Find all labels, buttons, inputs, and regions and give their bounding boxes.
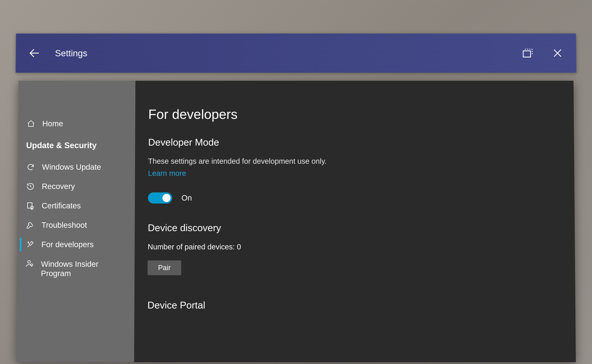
settings-window: Home Update & Security Windows Update Re… xyxy=(16,81,576,362)
titlebar-actions xyxy=(520,46,565,61)
learn-more-link[interactable]: Learn more xyxy=(148,169,186,177)
sidebar: Home Update & Security Windows Update Re… xyxy=(16,81,136,362)
arrow-left-icon xyxy=(28,47,41,60)
page-title: For developers xyxy=(148,107,561,122)
sidebar-item-label: Certificates xyxy=(42,201,81,210)
section-heading-developer-mode: Developer Mode xyxy=(148,136,561,148)
svg-rect-1 xyxy=(523,51,530,57)
sidebar-item-recovery[interactable]: Recovery xyxy=(18,177,135,196)
sidebar-item-windows-update[interactable]: Windows Update xyxy=(18,157,135,177)
certificate-icon xyxy=(26,202,35,210)
paired-devices-count: Number of paired devices: 0 xyxy=(148,243,562,251)
sidebar-home[interactable]: Home xyxy=(18,114,135,133)
sidebar-item-label: Windows Update xyxy=(42,163,101,172)
sidebar-item-certificates[interactable]: Certificates xyxy=(17,196,135,215)
sidebar-item-label: Windows Insider Program xyxy=(41,260,128,278)
home-icon xyxy=(26,120,36,128)
sidebar-item-label: For developers xyxy=(41,240,94,249)
close-button[interactable] xyxy=(550,46,565,61)
sidebar-item-windows-insider[interactable]: Windows Insider Program xyxy=(17,254,135,284)
app-title: Settings xyxy=(55,48,520,58)
toggle-knob xyxy=(162,194,170,202)
back-button[interactable] xyxy=(27,46,42,61)
sidebar-item-for-developers[interactable]: For developers xyxy=(17,235,135,254)
sidebar-item-label: Troubleshoot xyxy=(42,221,87,230)
resize-icon xyxy=(521,46,535,60)
tools-icon xyxy=(25,240,35,249)
content-area: For developers Developer Mode These sett… xyxy=(134,81,576,362)
developer-mode-toggle[interactable] xyxy=(148,192,172,203)
sidebar-item-troubleshoot[interactable]: Troubleshoot xyxy=(17,215,135,235)
sidebar-home-label: Home xyxy=(42,119,63,128)
sync-icon xyxy=(26,163,35,171)
svg-rect-4 xyxy=(28,203,32,208)
resize-button[interactable] xyxy=(520,46,535,61)
developer-mode-description: These settings are intended for developm… xyxy=(148,157,561,165)
person-icon xyxy=(25,260,34,268)
history-icon xyxy=(26,182,35,190)
close-icon xyxy=(552,47,564,59)
toggle-state-label: On xyxy=(181,194,192,202)
wrench-icon xyxy=(26,221,35,229)
developer-mode-toggle-row: On xyxy=(148,192,561,203)
svg-point-6 xyxy=(28,260,30,263)
sidebar-category: Update & Security xyxy=(18,133,135,157)
pair-button[interactable]: Pair xyxy=(148,260,181,275)
sidebar-item-label: Recovery xyxy=(42,182,75,191)
section-heading-device-discovery: Device discovery xyxy=(148,222,562,233)
titlebar: Settings xyxy=(16,33,576,73)
section-heading-device-portal: Device Portal xyxy=(147,298,562,311)
